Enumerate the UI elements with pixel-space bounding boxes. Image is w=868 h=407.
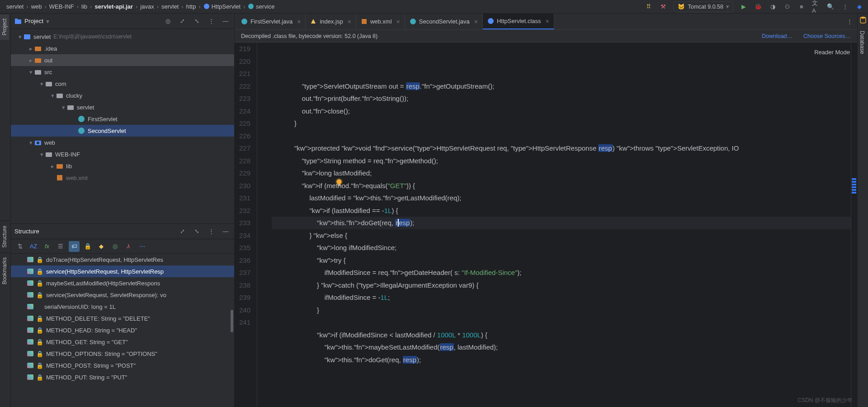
intention-bulb-icon[interactable]	[316, 165, 324, 173]
code-line[interactable]: "kw">long lastModified;	[272, 167, 851, 180]
breadcrumb-item[interactable]: service	[246, 3, 276, 10]
tree-row[interactable]: ▸lib	[11, 160, 234, 172]
project-tree[interactable]: ▾servletE:\hsp培训\javaweb\csdn\servlet▸.i…	[11, 29, 234, 223]
scrollbar-thumb[interactable]	[231, 310, 233, 332]
tree-row[interactable]: ▾web	[11, 137, 234, 148]
structure-item[interactable]: 🔒METHOD_HEAD: String = "HEAD"	[11, 324, 234, 336]
search-icon[interactable]: 🔍	[826, 3, 835, 11]
code-line[interactable]	[272, 316, 851, 329]
line-number[interactable]: 233	[239, 217, 250, 229]
expand-icon[interactable]: ⤢	[177, 16, 187, 26]
code-line[interactable]: } "kw">else {	[272, 229, 851, 242]
reader-mode-label[interactable]: Reader Mode	[814, 49, 850, 56]
line-number[interactable]: 240	[239, 304, 250, 317]
code-line[interactable]: }	[272, 304, 851, 317]
code-line[interactable]: } "kw">catch ("type">IllegalArgumentExce…	[272, 279, 851, 292]
line-number[interactable]: 227	[239, 142, 250, 155]
tool-tab-database[interactable]: Database	[858, 26, 867, 58]
hammer-icon[interactable]: ⚒	[659, 3, 667, 11]
sort-icon[interactable]: ⇅	[14, 241, 25, 252]
line-number[interactable]: 231	[239, 192, 250, 204]
line-number[interactable]: 234	[239, 229, 250, 242]
code-line[interactable]: lastModified = "kw">this."fn">getLastMod…	[272, 192, 851, 204]
code-line[interactable]: "kw">if (method."fn">equals("GET")) {	[272, 180, 851, 192]
tree-arrow-icon[interactable]: ▾	[16, 33, 24, 40]
structure-item[interactable]: 🔒service(ServletRequest, ServletResponse…	[11, 289, 234, 301]
structure-item[interactable]: serialVersionUID: long = 1L	[11, 301, 234, 312]
structure-item[interactable]: 🔒METHOD_PUT: String = "PUT"	[11, 371, 234, 383]
code-line[interactable]	[272, 130, 851, 142]
breadcrumb-item[interactable]: http	[184, 3, 198, 10]
tool-tab-structure[interactable]: Structure	[0, 221, 9, 252]
breadcrumb-item[interactable]: javax	[138, 3, 156, 10]
project-tw-title[interactable]: Project ▾	[14, 18, 49, 25]
code-line[interactable]: ifModifiedSince = req."fn">getDateHeader…	[272, 266, 851, 279]
editor-tab[interactable]: HttpServlet.class×	[483, 14, 554, 29]
tree-arrow-icon[interactable]: ▾	[38, 80, 45, 87]
tool-tab-project[interactable]: Project	[0, 14, 9, 40]
stop-icon[interactable]: ■	[797, 3, 806, 11]
line-number[interactable]: 235	[239, 241, 250, 254]
tag-filter-icon[interactable]: 🏷	[69, 241, 80, 252]
tree-arrow-icon[interactable]: ▸	[27, 57, 34, 64]
breadcrumb-item[interactable]: WEB-INF	[47, 3, 76, 10]
close-icon[interactable]: ×	[297, 18, 301, 25]
line-number[interactable]: 222	[239, 80, 250, 93]
fold-column[interactable]	[257, 43, 266, 407]
code-editor[interactable]: 2192202212222232242252262272282292302312…	[235, 43, 857, 407]
tree-row[interactable]: web.xml	[11, 172, 234, 184]
gutter[interactable]: 2192202212222232242252262272282292302312…	[235, 43, 257, 407]
code-line[interactable]: "kw">if (ifModifiedSince < lastModified …	[272, 329, 851, 341]
structure-item[interactable]: 🔒doTrace(HttpServletRequest, HttpServlet…	[11, 254, 234, 265]
diamond-icon[interactable]: ◆	[96, 241, 107, 252]
code-line[interactable]: "kw">this."fn">doGet(req, resp);	[272, 217, 851, 229]
database-icon[interactable]	[859, 16, 867, 24]
tree-row[interactable]: ▸out	[11, 54, 234, 66]
line-number[interactable]: 237	[239, 266, 250, 279]
target-icon[interactable]: ◎	[163, 16, 173, 26]
structure-item[interactable]: 🔒METHOD_DELETE: String = "DELETE"	[11, 312, 234, 324]
users-icon[interactable]: ⠿	[645, 3, 653, 11]
coverage-icon[interactable]: ◑	[769, 3, 777, 11]
profiler-icon[interactable]: ⏲	[783, 3, 791, 11]
line-number[interactable]: 226	[239, 130, 250, 142]
hide-icon[interactable]: —	[221, 227, 231, 237]
structure-tw-title[interactable]: Structure	[14, 228, 39, 235]
collapse-icon[interactable]: ⤡	[192, 16, 202, 26]
collapse-icon[interactable]: ⤡	[192, 227, 202, 237]
code-area[interactable]: "type">ServletOutputStream out = resp."f…	[266, 43, 851, 407]
code-line[interactable]: "type">String method = req."fn">getMetho…	[272, 155, 851, 167]
more-icon[interactable]: ⋮	[841, 3, 849, 11]
close-icon[interactable]: ×	[396, 18, 400, 25]
code-line[interactable]: }	[272, 117, 851, 130]
tabs-more-icon[interactable]: ⋮	[847, 14, 857, 29]
line-number[interactable]: 223	[239, 92, 250, 105]
close-icon[interactable]: ×	[474, 18, 478, 25]
list-icon[interactable]: ☰	[55, 241, 66, 252]
line-number[interactable]: 232	[239, 204, 250, 217]
line-number[interactable]: 221	[239, 67, 250, 80]
structure-item[interactable]: 🔒maybeSetLastModified(HttpServletRespons	[11, 277, 234, 289]
close-icon[interactable]: ×	[546, 18, 549, 25]
choose-sources-link[interactable]: Choose Sources…	[803, 33, 851, 39]
tree-row[interactable]: ▾servlet	[11, 101, 234, 113]
lock-filter-icon[interactable]: 🔒	[82, 241, 93, 252]
line-number[interactable]: 239	[239, 291, 250, 304]
code-line[interactable]: out."fn">print(buffer."fn">toString());	[272, 92, 851, 105]
code-line[interactable]: "kw">this."fn">doGet(req, resp);	[272, 354, 851, 366]
editor-tab[interactable]: web.xml×	[356, 14, 405, 29]
tree-row[interactable]: ▾clucky	[11, 90, 234, 101]
tree-row[interactable]: ▾com	[11, 78, 234, 90]
close-icon[interactable]: ×	[348, 18, 351, 25]
tree-arrow-icon[interactable]: ▾	[38, 151, 45, 158]
notifications-icon[interactable]: ◆	[855, 3, 863, 11]
structure-item[interactable]: 🔒METHOD_GET: String = "GET"	[11, 336, 234, 348]
tree-row[interactable]: FirstServlet	[11, 113, 234, 125]
tree-arrow-icon[interactable]: ▾	[27, 139, 34, 146]
line-number[interactable]: 241	[239, 316, 250, 329]
breadcrumb-item[interactable]: servlet	[5, 3, 25, 10]
breadcrumb-item[interactable]: HttpServlet	[202, 3, 242, 10]
more-icon[interactable]: ⋮	[206, 227, 216, 237]
code-line[interactable]: "kw">protected "kw">void "fnd">service("…	[272, 142, 851, 155]
run-icon[interactable]: ▶	[740, 3, 748, 11]
